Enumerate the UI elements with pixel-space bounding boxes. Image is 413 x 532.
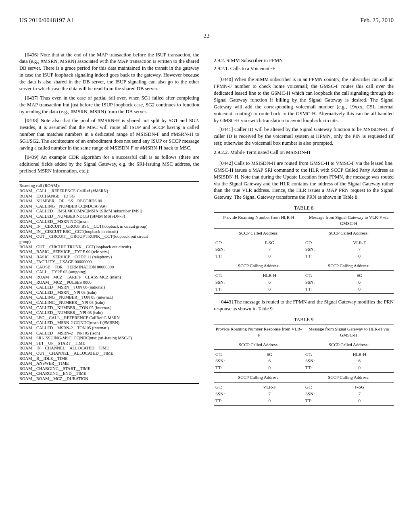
cdr-line: ROAM__OUT__CIRCUIT__GROUP TRUNK__CCT(loo… (19, 234, 199, 239)
cdr-line: group) (19, 239, 199, 245)
cdr-line: ROAM__OUT__CHANNEL__ALLOCATED__TIME (19, 351, 199, 356)
cdr-line: ROAM__CALL__TYPE 03 (outgoing) (19, 270, 199, 275)
paragraph-0437: [0437] Thus even in the case of partial … (19, 95, 199, 115)
cdr-line: ROAM__BASIC__SERVICE__CODE 11 (telephony… (19, 255, 199, 260)
section-2-9-2-1: 2.9.2.1. Calls to a Voicemail-F (214, 65, 394, 72)
cdr-line: ROAM__BASIC__SERVICE__TYPE 00 (tele serv… (19, 249, 199, 255)
cdr-line: ROAM__ROAM__MCZ__DURATION (19, 376, 199, 382)
cdr-line: ROAM__ANSWER__TIME (19, 361, 199, 366)
cdr-line: ROAM__FACILITY__USAGE 00000000 (19, 260, 199, 265)
cdr-line: ROAM__CALL__REFERENCE CallRef (#MSRN) (19, 189, 199, 194)
cdr-line: ROAM__OUT__CIRCUIT TRUNK__CCT(loopback o… (19, 245, 199, 250)
cdr-line: ROAM__CALLED__NUMBER__NPI 05 (isdn) (19, 310, 199, 316)
paragraph-0438: [0438] Note also that the pool of #MSRN-… (19, 117, 199, 151)
cdr-line: ROAM__CALLED__MSRN-2__TON 05 (internat.) (19, 326, 199, 331)
header-rule (19, 26, 394, 26)
table-9-caption: TABLE 9 (214, 316, 394, 323)
table-8: Provide Roaming Number from HLR-HMessage… (214, 212, 394, 294)
publication-date: Feb. 25, 2010 (361, 16, 394, 24)
cdr-line: ROAM__CALLING__NUMBER CC|NDC|A (A#) (19, 204, 199, 209)
cdr-line: ROAM__CALLED__MSRN NDC|msrn (19, 219, 199, 224)
cdr-line: ROAM__CHARGING__END__TIME (19, 371, 199, 376)
cdr-line: ROAM__SRI-ISSUING-MSC: CC|NDC|msc (sri-i… (19, 336, 199, 341)
cdr-line: ROAM__NUMBER__OF__SS__RECORDS 00 (19, 199, 199, 204)
table-8-caption: TABLE 8 (214, 205, 394, 212)
cdr-line: ROAM__CALLING__NUMBER__TON 05 (internat.… (19, 295, 199, 300)
cdr-line: ROAM__CALLED__IMSI MCC|MNC|MSIN (SIMM su… (19, 209, 199, 214)
cdr-line: ROAM__CALLED__NUMBER__TON 05 (internat.) (19, 305, 199, 311)
cdr-line: ROAM__SET__UP__START__TIME (19, 341, 199, 346)
paragraph-0442: [0442] Calls to MSISDN-H are routed from… (214, 160, 394, 201)
paragraph-0440: [0440] When the SIMM subscriber is in an… (214, 76, 394, 124)
cdr-listing: Roaming call (ROAM):ROAM__CALL__REFERENC… (19, 181, 199, 383)
cdr-line: ROAM__CAUSE__FOR__TERMINATION 00000000 (19, 265, 199, 270)
cdr-line: ROAM__CALLED__MSRN-2 CC|NDC|msrn-f (#MSR… (19, 320, 199, 326)
publication-number: US 2010/0048197 A1 (19, 16, 74, 24)
section-2-9-2: 2.9.2. SIMM Subscriber in FPMN (214, 57, 394, 64)
cdr-line: ROAM__CALLING__NUMBER__NPI 05 (isdn) (19, 300, 199, 305)
cdr-line: Roaming call (ROAM): (19, 183, 199, 189)
page-number: 22 (19, 32, 394, 40)
cdr-line: ROAM__B__IDLE__TIME (19, 356, 199, 362)
cdr-line: ROAM__ROAM__MCZ__PULSES 0000 (19, 280, 199, 285)
paragraph-0439: [0439] An example CDR algorithm for a su… (19, 154, 199, 175)
cdr-line: ROAM__CALLED__MSRN-2__NPI 05 (isdn) (19, 331, 199, 336)
left-column: [0436] Note that at the end of the MAP t… (19, 52, 199, 406)
cdr-line: ROAM__IN__CIRCUIT BSC__CCT(loopback in c… (19, 229, 199, 235)
cdr-line: ROAM__ROAM__MCZ__TARIFF__CLASS MCZ (msrn… (19, 275, 199, 280)
cdr-line: ROAM__CHARGING__START__TIME (19, 366, 199, 372)
two-column-layout: [0436] Note that at the end of the MAP t… (19, 52, 394, 406)
cdr-line: ROAM__CALLED__NUMBER NDC|B (SIMM MSISDN-… (19, 214, 199, 219)
paragraph-0443: [0443] The message is routed to the FPMN… (214, 299, 394, 312)
paragraph-0436: [0436] Note that at the end of the MAP t… (19, 52, 199, 92)
cdr-line: ROAM__IN__CIRCUIT__GROUP BSC__CCT(loopba… (19, 224, 199, 229)
right-column: 2.9.2. SIMM Subscriber in FPMN 2.9.2.1. … (214, 52, 394, 406)
table-9: Provide Roaming Number Response from VLR… (214, 324, 394, 405)
cdr-line: ROAM__LEG__CALL__REFERENCE CallRef G MSR… (19, 316, 199, 321)
cdr-line: ROAM__IN__CHANNEL__ALLOCATED__TIME (19, 346, 199, 351)
page-header: US 2010/0048197 A1 Feb. 25, 2010 (19, 16, 394, 24)
cdr-line: ROAM__CALLED__MSRN__TON 06 (national) (19, 285, 199, 290)
cdr-line: ROAM__EXCHANGE__ID SG (19, 194, 199, 199)
paragraph-0441: [0441] Caller ID will be altered by the … (214, 126, 394, 147)
cdr-line: ROAM__CALLED__MSRN__NPI 05 (isdn) (19, 290, 199, 295)
section-2-9-2-2: 2.9.2.2. Mobile Terminated Call on MSISD… (214, 149, 394, 156)
